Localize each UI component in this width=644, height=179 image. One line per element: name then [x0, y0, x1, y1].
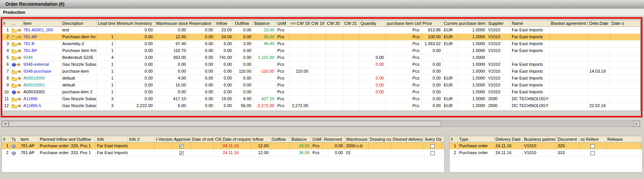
cell-type[interactable]: Purchase order — [458, 150, 494, 156]
cell-cw19[interactable] — [310, 96, 326, 102]
cell-min_inv[interactable]: 0.00 — [115, 109, 155, 111]
cell-num[interactable]: 3 — [2, 41, 11, 47]
cell-supplier[interactable]: V1010 — [487, 34, 511, 40]
cell-currency[interactable] — [443, 109, 458, 111]
link-arrow-icon[interactable] — [18, 83, 21, 87]
cell-unit[interactable]: 1.0000 — [458, 82, 487, 88]
cell-cw18[interactable] — [290, 75, 310, 81]
cell-cw20[interactable] — [326, 103, 343, 109]
cell-uom_pu[interactable]: Pcs — [386, 34, 421, 40]
cell-planned[interactable]: Purchase order: 329, Pos 1 — [39, 143, 96, 149]
cell-uom[interactable]: Pcs — [276, 96, 290, 102]
cell-res[interactable]: 0.00 — [188, 27, 215, 33]
cell-reserved[interactable]: 0.00 — [323, 143, 345, 149]
cell-res[interactable]: 0.00 — [188, 61, 215, 68]
cell-unit[interactable]: 1.0000 — [458, 47, 487, 54]
cell-date_o[interactable] — [610, 103, 641, 109]
column-header-unit[interactable]: purchase item Unit — [458, 20, 487, 26]
cell-currency[interactable] — [443, 54, 458, 61]
cell-uom_pu[interactable]: Pcs — [386, 54, 421, 61]
cell-res[interactable]: 0.00 — [188, 82, 215, 88]
cell-icons[interactable] — [11, 61, 22, 68]
cell-num[interactable]: 10 — [2, 89, 11, 95]
cell-supplier[interactable]: V1010 — [487, 61, 511, 68]
cell-currency[interactable]: EUR — [443, 75, 458, 81]
cell-wh[interactable]: 363.00 — [155, 54, 188, 61]
cell-unit[interactable]: 1.0000 — [458, 96, 487, 102]
cell-min_inv[interactable]: 0.00 — [115, 47, 155, 54]
cell-info2[interactable] — [128, 143, 155, 149]
column-header-lead[interactable]: Lead time — [97, 20, 115, 26]
table-row[interactable]: 9A00010001default10.0016.000.000.000.00P… — [2, 82, 640, 89]
cell-min_inv[interactable]: 0.00 — [115, 82, 155, 88]
cell-blanket[interactable] — [550, 34, 588, 40]
cell-qty[interactable] — [359, 109, 386, 111]
cell-num[interactable]: 2 — [450, 150, 458, 156]
cell-price[interactable]: 0.00 — [421, 61, 443, 68]
cell-supplier[interactable]: V1010 — [487, 68, 511, 75]
cell-inflow[interactable]: 0.00 — [215, 103, 234, 109]
cell-uom_pu[interactable]: Pcs — [386, 96, 421, 102]
cell-currency[interactable] — [443, 47, 458, 54]
cell-approved[interactable]: ✓ — [173, 150, 191, 156]
cell-unit[interactable]: 1.0000 — [458, 34, 487, 40]
cell-supplier[interactable]: V1010 — [487, 89, 511, 95]
table-row[interactable]: 79348-purchasepurchase-item10.000.000.00… — [2, 68, 640, 75]
cell-deliv[interactable] — [588, 47, 610, 54]
cell-desc[interactable]: default — [61, 75, 97, 81]
cell-currency[interactable]: EUR — [443, 34, 458, 40]
cell-warehouse[interactable]: 01 — [345, 150, 369, 156]
cell-qty[interactable]: 0.00 — [359, 61, 386, 68]
cell-res[interactable]: 0.00 — [188, 68, 215, 75]
cell-uom_pu[interactable]: Pcs — [386, 61, 421, 68]
cell-item[interactable]: A11896 — [22, 96, 61, 102]
cell-supplier[interactable]: 2000 — [487, 96, 511, 102]
column-header-icons[interactable]: ... — [11, 20, 22, 26]
cell-price[interactable]: 0.00 — [421, 103, 443, 109]
cell-num[interactable]: 5 — [2, 54, 11, 61]
cell-blanket[interactable] — [550, 41, 588, 47]
cell-outflow[interactable]: 56.00 — [234, 103, 253, 109]
table-row[interactable]: 69348-externalGas Nozzle Subass10.000.00… — [2, 61, 640, 68]
cell-uom[interactable]: Pcs — [276, 41, 290, 47]
cell-cw19[interactable] — [310, 27, 326, 33]
cell-supplier[interactable] — [487, 54, 511, 61]
cell-deliv[interactable] — [588, 61, 610, 68]
column-header-uom[interactable]: UoM — [276, 20, 290, 26]
cell-cw19[interactable] — [310, 54, 326, 61]
column-header-num[interactable]: # — [2, 136, 10, 142]
cell-outflow[interactable] — [270, 143, 290, 149]
cell-outflow[interactable]: 0.00 — [234, 109, 253, 111]
cell-release[interactable] — [606, 143, 641, 149]
cell-cw21[interactable] — [343, 96, 359, 102]
cell-cw20[interactable] — [326, 54, 343, 61]
cell-cw20[interactable] — [326, 89, 343, 95]
cell-uom_pu[interactable]: Pcs — [386, 103, 421, 109]
cell-outflow[interactable]: 0.00 — [234, 89, 253, 95]
cell-deliv[interactable] — [588, 41, 610, 47]
cell-qty[interactable] — [359, 47, 386, 54]
cell-cw20[interactable] — [326, 34, 343, 40]
cell-inflow[interactable]: 5.00 — [215, 41, 234, 47]
cell-delivc[interactable] — [424, 150, 442, 156]
cell-uom[interactable]: Pcs — [311, 150, 323, 156]
column-header-warehouse[interactable]: Warehouse — [345, 136, 369, 142]
cell-balance[interactable] — [253, 89, 276, 95]
column-header-planned[interactable]: Planned Inflow and Outflow — [39, 136, 96, 142]
column-header-price[interactable]: Price — [421, 20, 443, 26]
cell-num[interactable]: 4 — [2, 47, 11, 54]
cell-blanket[interactable] — [550, 61, 588, 68]
cell-cw21[interactable] — [343, 61, 359, 68]
cell-partner[interactable]: V1010 — [523, 150, 557, 156]
cell-item[interactable]: 781-BP — [22, 47, 61, 54]
cell-cw21[interactable] — [343, 41, 359, 47]
cell-qty[interactable]: 0.00 — [359, 54, 386, 61]
cell-unit[interactable]: 1.0000 — [458, 68, 487, 75]
cell-date_o[interactable] — [610, 109, 641, 111]
column-header-min_inv[interactable]: Minimum Inventory — [115, 20, 155, 26]
table-row[interactable]: 4781-BPPurchase Item frm10.00110.700.000… — [2, 47, 640, 54]
cell-min_inv[interactable]: 0.00 — [115, 75, 155, 81]
column-header-inflow[interactable]: Inflow — [251, 136, 270, 142]
cell-date_o[interactable] — [610, 47, 641, 54]
cell-iversion[interactable] — [155, 143, 173, 149]
